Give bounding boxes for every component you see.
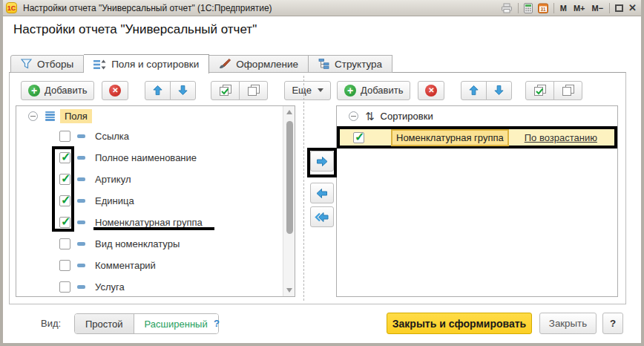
delete-x-icon: ✕ xyxy=(109,85,121,97)
right-toolbar: + Добавить ✕ xyxy=(337,80,582,100)
sorting-field-cell[interactable]: Номенклатурная группа xyxy=(391,129,509,146)
tree-item-kommentariy[interactable]: Комментарий xyxy=(16,255,295,276)
tab-fields-and-sorting[interactable]: Поля и сортировки xyxy=(84,54,209,74)
form-content: Настройки отчета "Универсальный отчет" О… xyxy=(3,16,641,343)
titlebar: 1С Настройки отчета "Универсальный отчет… xyxy=(3,0,641,16)
fields-root-row[interactable]: Поля xyxy=(16,106,295,125)
sorting-row[interactable]: Номенклатурная группа По возрастанию xyxy=(337,126,617,148)
add-button-label: Добавить xyxy=(45,85,87,96)
collapse-expander-icon[interactable] xyxy=(28,111,38,121)
tree-item-nomenklaturnaya-gruppa[interactable]: Номенклатурная группа xyxy=(16,212,295,233)
field-dash-icon xyxy=(77,221,85,224)
checkbox[interactable] xyxy=(59,174,70,185)
fields-and-sorting-workspace: + Добавить ✕ xyxy=(9,72,626,304)
tree-item-edinitsa[interactable]: Единица xyxy=(16,190,295,212)
close-window-button[interactable]: ✕ xyxy=(628,3,637,13)
delete-x-icon: ✕ xyxy=(425,85,437,97)
check-buttons-group xyxy=(525,81,582,100)
tab-filters[interactable]: Отборы xyxy=(10,55,84,73)
move-all-left-button[interactable] xyxy=(310,206,334,227)
move-left-button[interactable] xyxy=(310,183,334,203)
checkbox[interactable] xyxy=(59,195,70,206)
tab-appearance[interactable]: Оформление xyxy=(209,55,309,73)
close-button[interactable]: Закрыть xyxy=(539,313,597,334)
fields-root-label: Поля xyxy=(60,109,92,123)
arrow-down-icon xyxy=(177,85,188,96)
sortings-root-row[interactable]: ⇅ Сортировки xyxy=(337,106,617,125)
move-down-button[interactable] xyxy=(486,81,512,100)
check-all-button[interactable] xyxy=(211,81,240,100)
collapse-expander-icon[interactable] xyxy=(349,111,358,121)
delete-sorting-button[interactable]: ✕ xyxy=(418,81,444,100)
move-up-button[interactable] xyxy=(461,81,487,100)
check-all-button[interactable] xyxy=(525,81,554,100)
more-actions-button[interactable]: Еще xyxy=(284,81,330,100)
uncheck-all-icon xyxy=(246,85,260,97)
tab-label: Поля и сортировки xyxy=(111,59,199,70)
move-buttons-group xyxy=(461,81,512,100)
sorting-direction-link[interactable]: По возрастанию xyxy=(525,132,597,143)
memory-add-button[interactable]: М+ xyxy=(573,4,586,13)
tree-item-label: Вид номенклатуры xyxy=(95,238,180,249)
maximize-button[interactable] xyxy=(615,4,623,12)
tree-item-usluga[interactable]: Услуга xyxy=(16,276,295,297)
tab-structure[interactable]: Структура xyxy=(309,55,392,73)
window-title: Настройки отчета "Универсальный отчет" (… xyxy=(23,3,272,13)
checkbox[interactable] xyxy=(59,260,70,271)
printer-icon[interactable] xyxy=(501,3,513,13)
scroll-up-icon[interactable] xyxy=(286,110,292,114)
move-down-button[interactable] xyxy=(170,81,196,100)
scroll-down-icon[interactable] xyxy=(286,288,292,293)
field-dash-icon xyxy=(77,285,85,289)
calculator-icon[interactable] xyxy=(524,3,533,13)
view-mode-switch: Простой Расширенный xyxy=(74,313,219,334)
check-all-icon xyxy=(533,85,547,97)
tree-item-ssylka[interactable]: Ссылка xyxy=(16,125,295,147)
memory-recall-button[interactable]: М xyxy=(559,4,568,13)
move-up-button[interactable] xyxy=(145,81,171,100)
uncheck-all-icon xyxy=(561,85,575,97)
add-sorting-button[interactable]: + Добавить xyxy=(337,81,410,100)
double-arrow-left-icon xyxy=(315,211,329,223)
field-dash-icon xyxy=(77,156,85,160)
titlebar-separator xyxy=(609,3,610,13)
panel-splitter[interactable] xyxy=(303,76,304,301)
add-plus-icon: + xyxy=(344,85,356,97)
view-extended-button[interactable]: Расширенный xyxy=(134,314,218,333)
tree-item-vid-nomenklatury[interactable]: Вид номенклатуры xyxy=(16,233,295,255)
sortings-root-label: Сортировки xyxy=(381,111,433,122)
add-field-button[interactable]: + Добавить xyxy=(21,81,94,100)
memory-subtract-button[interactable]: М− xyxy=(591,4,605,13)
tree-item-label: Единица xyxy=(95,195,134,206)
app-window: 1С Настройки отчета "Универсальный отчет… xyxy=(0,0,644,346)
tree-item-polnoe-naimenovanie[interactable]: Полное наименование xyxy=(16,147,295,169)
fields-group-icon xyxy=(45,111,55,121)
calendar-icon[interactable]: 31 xyxy=(538,3,548,13)
close-and-generate-button[interactable]: Закрыть и сформировать xyxy=(387,313,532,334)
checkbox[interactable] xyxy=(59,217,70,228)
titlebar-separator xyxy=(518,3,519,13)
checkbox[interactable] xyxy=(59,131,70,142)
view-help-link[interactable]: ? xyxy=(214,313,220,334)
help-button[interactable]: ? xyxy=(602,313,623,334)
delete-field-button[interactable]: ✕ xyxy=(102,81,128,100)
tree-item-label: Комментарий xyxy=(95,260,156,271)
checkbox[interactable] xyxy=(59,152,70,163)
view-simple-button[interactable]: Простой xyxy=(75,314,134,333)
checkbox[interactable] xyxy=(353,132,364,143)
uncheck-all-button[interactable] xyxy=(239,81,268,100)
checkbox[interactable] xyxy=(59,281,70,293)
field-dash-icon xyxy=(77,134,85,138)
uncheck-all-button[interactable] xyxy=(553,81,582,100)
sortings-list: ⇅ Сортировки Номенклатурная группа По во… xyxy=(336,105,618,297)
checkbox[interactable] xyxy=(59,238,70,249)
move-right-button[interactable] xyxy=(310,151,334,172)
scrollbar-thumb[interactable] xyxy=(286,121,293,234)
vertical-scrollbar[interactable] xyxy=(283,106,295,296)
arrow-right-icon xyxy=(315,155,329,168)
funnel-icon xyxy=(21,59,32,69)
check-all-icon xyxy=(218,85,232,97)
tree-item-artikul[interactable]: Артикул xyxy=(16,169,295,190)
field-dash-icon xyxy=(77,199,85,203)
arrow-up-icon xyxy=(152,85,163,96)
